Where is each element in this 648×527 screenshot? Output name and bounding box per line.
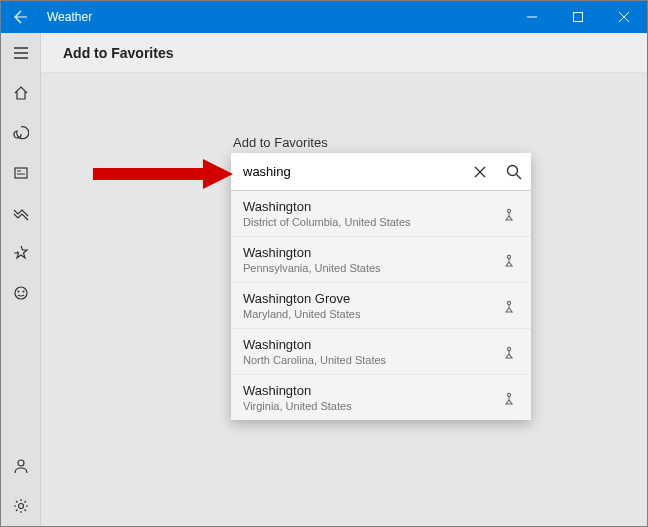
result-name: Washington [243,383,499,398]
result-sub: Pennsylvania, United States [243,262,499,274]
sidebar-item-feedback[interactable] [1,273,41,313]
hamburger-icon [13,45,29,61]
close-icon [619,12,629,22]
svg-point-7 [508,165,518,175]
search-panel: WashingtonDistrict of Columbia, United S… [231,153,531,420]
x-icon [473,165,487,179]
result-text: WashingtonVirginia, United States [243,383,499,412]
svg-point-4 [23,291,24,292]
svg-point-3 [18,291,19,292]
content-area: Add to Favorites WashingtonDistrict of C… [41,73,647,526]
result-sub: Maryland, United States [243,308,499,320]
sidebar-spacer [1,313,40,446]
graph-icon [13,205,29,221]
search-button[interactable] [497,153,531,191]
svg-point-10 [507,301,510,304]
location-icon [499,253,519,267]
location-icon [499,299,519,313]
svg-marker-13 [93,159,233,189]
back-arrow-icon [13,9,29,25]
result-sub: North Carolina, United States [243,354,499,366]
result-name: Washington [243,245,499,260]
svg-point-12 [507,393,510,396]
news-icon [13,165,29,181]
result-text: WashingtonPennsylvania, United States [243,245,499,274]
result-item[interactable]: WashingtonVirginia, United States [231,375,531,420]
sidebar-item-settings[interactable] [1,486,41,526]
close-button[interactable] [601,1,647,33]
home-icon [13,85,29,101]
result-item[interactable]: Washington GroveMaryland, United States [231,283,531,329]
search-input[interactable] [231,164,463,179]
minimize-icon [527,12,537,22]
svg-point-5 [18,460,24,466]
titlebar: Weather [1,1,647,33]
sidebar [1,33,41,526]
maximize-icon [573,12,583,22]
result-sub: District of Columbia, United States [243,216,499,228]
panel-title: Add to Favorites [233,135,328,150]
sidebar-item-historical[interactable] [1,193,41,233]
result-item[interactable]: WashingtonPennsylvania, United States [231,237,531,283]
spiral-icon [13,125,29,141]
minimize-button[interactable] [509,1,555,33]
smile-icon [13,285,29,301]
location-icon [499,391,519,405]
result-sub: Virginia, United States [243,400,499,412]
sidebar-item-maps[interactable] [1,113,41,153]
svg-rect-0 [574,13,583,22]
clear-button[interactable] [463,153,497,191]
maximize-button[interactable] [555,1,601,33]
search-row [231,153,531,191]
location-icon [499,345,519,359]
app-body: Add to Favorites Add to Favorites Washin… [1,33,647,526]
svg-point-9 [507,255,510,258]
result-text: WashingtonDistrict of Columbia, United S… [243,199,499,228]
result-text: WashingtonNorth Carolina, United States [243,337,499,366]
result-name: Washington [243,337,499,352]
sidebar-item-favorites[interactable] [1,233,41,273]
svg-point-2 [15,287,27,299]
sidebar-item-account[interactable] [1,446,41,486]
back-button[interactable] [1,1,41,33]
result-text: Washington GroveMaryland, United States [243,291,499,320]
star-icon [13,245,29,261]
result-name: Washington Grove [243,291,499,306]
results-list: WashingtonDistrict of Columbia, United S… [231,191,531,420]
result-item[interactable]: WashingtonNorth Carolina, United States [231,329,531,375]
page-title: Add to Favorites [63,45,173,61]
app-title: Weather [41,10,509,24]
location-icon [499,207,519,221]
result-name: Washington [243,199,499,214]
main-area: Add to Favorites Add to Favorites Washin… [41,33,647,526]
hamburger-button[interactable] [1,33,41,73]
gear-icon [13,498,29,514]
sidebar-item-forecast[interactable] [1,73,41,113]
search-icon [506,164,522,180]
svg-point-11 [507,347,510,350]
page-header: Add to Favorites [41,33,647,73]
annotation-arrow [93,154,233,194]
svg-point-6 [19,504,24,509]
result-item[interactable]: WashingtonDistrict of Columbia, United S… [231,191,531,237]
sidebar-item-news[interactable] [1,153,41,193]
svg-point-8 [507,209,510,212]
person-icon [13,458,29,474]
svg-rect-1 [15,168,27,178]
